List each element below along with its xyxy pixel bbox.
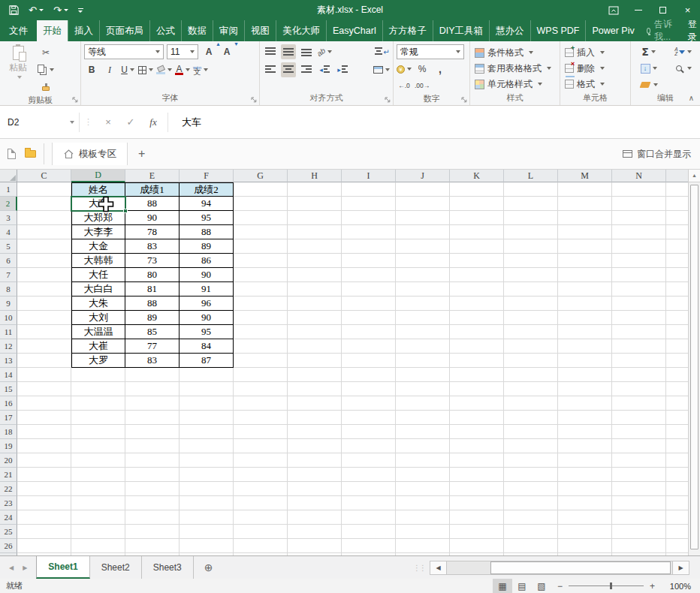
cell-L26[interactable] [504, 539, 558, 553]
confirm-entry-button[interactable]: ✓ [119, 116, 142, 128]
cell-E5[interactable]: 83 [125, 239, 180, 254]
cell-M14[interactable] [558, 368, 612, 382]
cell-C24[interactable] [17, 510, 71, 525]
formula-bar-input[interactable]: 大车 [171, 116, 201, 129]
cell-D17[interactable] [71, 411, 125, 425]
cell-D15[interactable] [71, 382, 125, 396]
italic-button[interactable]: I [102, 62, 117, 77]
cell-I20[interactable] [342, 453, 396, 468]
cell-C4[interactable] [17, 225, 71, 239]
row-header-9[interactable]: 9 [0, 296, 17, 311]
align-center-button[interactable] [281, 62, 296, 77]
cell-N16[interactable] [612, 396, 666, 411]
cell-F12[interactable]: 84 [180, 339, 234, 354]
next-sheet-button[interactable]: ▶ [23, 564, 27, 571]
cell-N25[interactable] [612, 525, 666, 539]
cell-E26[interactable] [125, 539, 180, 553]
number-dialog-launcher[interactable] [461, 97, 467, 103]
cell-F4[interactable]: 88 [180, 225, 234, 239]
normal-view-button[interactable]: ▦ [493, 579, 512, 593]
cell-F8[interactable]: 91 [180, 282, 234, 296]
column-header-partial[interactable] [666, 170, 688, 182]
cell-partial-8[interactable] [666, 282, 688, 296]
cell-E8[interactable]: 81 [125, 282, 180, 296]
cell-H3[interactable] [288, 211, 342, 225]
cell-J12[interactable] [396, 339, 450, 354]
cell-E23[interactable] [125, 496, 180, 510]
cell-I13[interactable] [342, 354, 396, 368]
cell-F9[interactable]: 96 [180, 296, 234, 311]
cell-G21[interactable] [234, 468, 288, 482]
cell-I5[interactable] [342, 239, 396, 254]
cell-E10[interactable]: 89 [125, 311, 180, 325]
cell-C23[interactable] [17, 496, 71, 510]
cell-D18[interactable] [71, 425, 125, 439]
cell-N17[interactable] [612, 411, 666, 425]
cell-I6[interactable] [342, 254, 396, 268]
cell-F14[interactable] [180, 368, 234, 382]
cell-N19[interactable] [612, 439, 666, 453]
cell-M9[interactable] [558, 296, 612, 311]
cell-G9[interactable] [234, 296, 288, 311]
cell-K11[interactable] [450, 325, 504, 339]
cell-I2[interactable] [342, 197, 396, 211]
row-header-26[interactable]: 26 [0, 539, 17, 553]
cell-C9[interactable] [17, 296, 71, 311]
cell-D7[interactable]: 大任 [71, 268, 125, 282]
new-document-icon[interactable] [8, 149, 16, 159]
cell-C11[interactable] [17, 325, 71, 339]
cell-K4[interactable] [450, 225, 504, 239]
cell-F26[interactable] [180, 539, 234, 553]
clipboard-dialog-launcher[interactable] [72, 97, 78, 103]
cell-I9[interactable] [342, 296, 396, 311]
cell-M16[interactable] [558, 396, 612, 411]
cell-L12[interactable] [504, 339, 558, 354]
zoom-slider[interactable] [569, 585, 644, 586]
cell-C18[interactable] [17, 425, 71, 439]
cell-N8[interactable] [612, 282, 666, 296]
zoom-level[interactable]: 100% [661, 582, 700, 591]
accounting-format-button[interactable]: ¥ [397, 62, 412, 77]
cell-G17[interactable] [234, 411, 288, 425]
cell-C1[interactable] [17, 182, 71, 197]
cell-G16[interactable] [234, 396, 288, 411]
cell-D2[interactable]: 大车 [71, 197, 125, 211]
cell-G25[interactable] [234, 525, 288, 539]
cell-N22[interactable] [612, 482, 666, 496]
cell-L5[interactable] [504, 239, 558, 254]
cell-L4[interactable] [504, 225, 558, 239]
row-header-1[interactable]: 1 [0, 182, 17, 197]
column-header-L[interactable]: L [504, 170, 558, 182]
sheet-tab-Sheet2[interactable]: Sheet2 [90, 556, 142, 579]
redo-button[interactable]: ↷ [53, 5, 68, 16]
menu-tab-9[interactable]: EasyCharl [326, 20, 382, 41]
cell-I15[interactable] [342, 382, 396, 396]
cell-L16[interactable] [504, 396, 558, 411]
cell-K9[interactable] [450, 296, 504, 311]
cell-N13[interactable] [612, 354, 666, 368]
cell-J17[interactable] [396, 411, 450, 425]
cell-F15[interactable] [180, 382, 234, 396]
row-header-11[interactable]: 11 [0, 325, 17, 339]
cell-G24[interactable] [234, 510, 288, 525]
cell-D24[interactable] [71, 510, 125, 525]
cell-E6[interactable]: 73 [125, 254, 180, 268]
cell-N4[interactable] [612, 225, 666, 239]
cell-M18[interactable] [558, 425, 612, 439]
cell-L21[interactable] [504, 468, 558, 482]
add-sheet-button[interactable]: ⊕ [194, 556, 224, 579]
cell-G7[interactable] [234, 268, 288, 282]
cell-H18[interactable] [288, 425, 342, 439]
cell-I21[interactable] [342, 468, 396, 482]
menu-tab-14[interactable]: Power Piv [585, 20, 640, 41]
cell-M2[interactable] [558, 197, 612, 211]
cell-H4[interactable] [288, 225, 342, 239]
cell-M1[interactable] [558, 182, 612, 197]
cell-M21[interactable] [558, 468, 612, 482]
cell-L2[interactable] [504, 197, 558, 211]
cell-H16[interactable] [288, 396, 342, 411]
cell-D21[interactable] [71, 468, 125, 482]
cell-partial-13[interactable] [666, 354, 688, 368]
cell-J3[interactable] [396, 211, 450, 225]
cell-E14[interactable] [125, 368, 180, 382]
